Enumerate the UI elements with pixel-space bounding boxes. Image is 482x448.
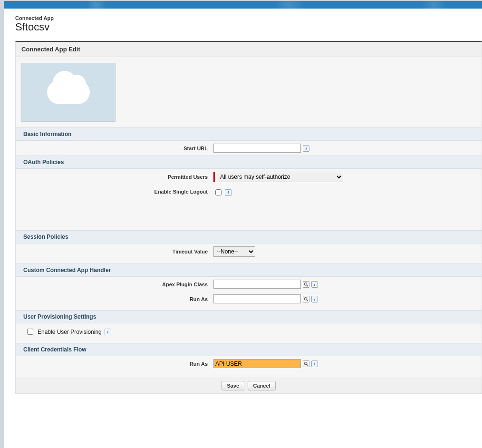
info-icon[interactable]: i xyxy=(311,296,318,302)
required-indicator xyxy=(213,172,215,182)
page-title: Sftocsv xyxy=(5,21,482,37)
connected-app-panel: Connected App Edit Basic Information Sta… xyxy=(15,41,482,394)
svg-point-0 xyxy=(305,282,307,285)
lookup-icon[interactable] xyxy=(303,296,309,302)
cancel-button[interactable]: Cancel xyxy=(248,381,275,390)
client-cred-run-as-input[interactable] xyxy=(213,359,301,368)
enable-slo-label: Enable Single Logout xyxy=(19,188,213,195)
lookup-icon[interactable] xyxy=(303,360,309,367)
start-url-label: Start URL xyxy=(19,146,213,151)
handler-run-as-label: Run As xyxy=(19,296,213,302)
lookup-icon[interactable] xyxy=(303,281,309,288)
section-custom-handler: Custom Connected App Handler xyxy=(16,263,482,277)
svg-line-5 xyxy=(307,364,308,366)
timeout-value-label: Timeout Value xyxy=(19,249,213,254)
svg-point-2 xyxy=(305,297,307,300)
apex-plugin-class-label: Apex Plugin Class xyxy=(19,282,213,287)
section-client-credentials: Client Credentials Flow xyxy=(16,343,482,356)
permitted-users-select[interactable]: All users may self-authorize xyxy=(217,172,343,182)
panel-title: Connected App Edit xyxy=(16,42,482,57)
enable-slo-checkbox[interactable] xyxy=(215,189,222,195)
start-url-input[interactable] xyxy=(213,144,301,153)
svg-line-3 xyxy=(307,300,308,301)
info-icon[interactable]: i xyxy=(311,281,318,288)
svg-point-4 xyxy=(305,362,307,364)
client-cred-run-as-label: Run As xyxy=(19,361,213,367)
breadcrumb: Connected App xyxy=(5,9,482,21)
timeout-value-select[interactable]: --None-- xyxy=(213,246,255,257)
info-icon[interactable]: i xyxy=(303,145,309,152)
section-basic-information: Basic Information xyxy=(16,127,482,141)
handler-run-as-input[interactable] xyxy=(213,294,301,303)
info-icon[interactable]: i xyxy=(225,189,231,196)
save-button[interactable]: Save xyxy=(222,381,244,390)
top-banner xyxy=(0,0,482,9)
permitted-users-label: Permitted Users xyxy=(19,174,213,180)
cloud-icon xyxy=(47,80,90,104)
section-user-provisioning: User Provisioning Settings xyxy=(16,310,482,323)
info-icon[interactable]: i xyxy=(311,360,318,367)
info-icon[interactable]: i xyxy=(105,329,111,335)
section-oauth-policies: OAuth Policies xyxy=(16,156,482,169)
enable-user-provisioning-checkbox[interactable] xyxy=(27,329,33,335)
svg-line-1 xyxy=(307,285,308,286)
apex-plugin-class-input[interactable] xyxy=(213,280,301,289)
app-logo xyxy=(21,63,116,122)
button-bar: Save Cancel xyxy=(16,378,482,393)
section-session-policies: Session Policies xyxy=(16,230,482,243)
enable-user-provisioning-label: Enable User Provisioning xyxy=(38,329,102,335)
